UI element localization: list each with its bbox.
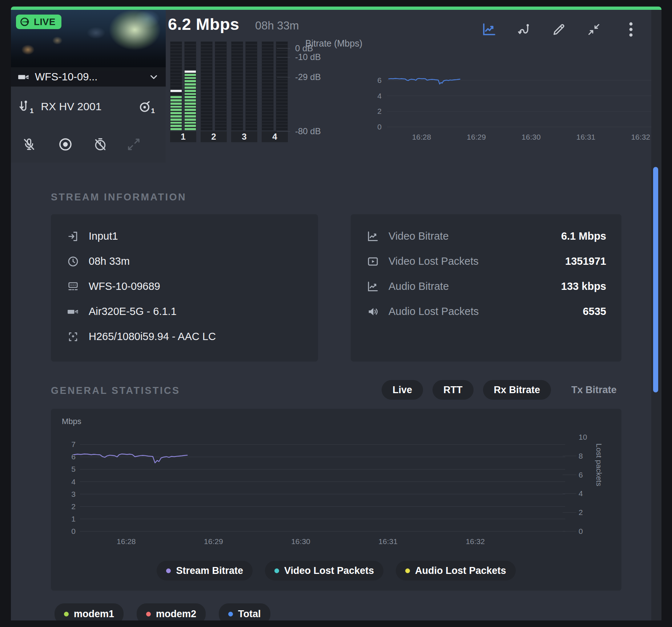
general-stats-heading: GENERAL STATISTICS [51, 385, 180, 396]
legend-video-lost-packets[interactable]: Video Lost Packets [265, 561, 383, 580]
svg-text:6: 6 [579, 471, 583, 479]
stat-label: Audio Bitrate [389, 280, 552, 292]
red-dot-icon [146, 612, 151, 616]
tab-rtt[interactable]: RTT [432, 380, 473, 400]
codec-info: H265/1080i59.94 - AAC LC [89, 331, 216, 343]
camera-icon [17, 71, 30, 83]
input-icon [67, 230, 79, 243]
svg-text:3: 3 [71, 490, 76, 498]
svg-text:16:28: 16:28 [117, 537, 136, 546]
info-row-session: WFS-10-09689 [67, 274, 318, 299]
chart-line-icon [367, 280, 379, 293]
record-button[interactable] [57, 136, 73, 152]
svg-text:6: 6 [71, 452, 76, 461]
chart-line-icon [367, 230, 379, 243]
live-badge: LIVE [16, 15, 61, 29]
stream-info-panel: Input1 08h 33m WFS-10-09689 [51, 214, 318, 362]
scrollbar-thumb[interactable] [653, 167, 658, 392]
clock-icon [67, 255, 79, 268]
svg-text:1: 1 [71, 515, 76, 523]
video-controls [11, 126, 166, 163]
stat-row-audio-bitrate: Audio Bitrate 133 kbps [367, 274, 606, 299]
info-row-duration: 08h 33m [67, 249, 318, 274]
edit-button[interactable] [551, 21, 567, 37]
svg-text:16:29: 16:29 [204, 537, 223, 546]
svg-text:16:28: 16:28 [412, 133, 431, 141]
timer-off-button[interactable] [92, 136, 108, 152]
chart-view-button[interactable] [481, 21, 497, 37]
collapse-button[interactable] [586, 21, 602, 37]
receiver-row: 1 RX HV 2001 1 [11, 87, 166, 127]
stat-row-video-bitrate: Video Bitrate 6.1 Mbps [367, 224, 606, 249]
screen: LIVE WFS-10-09... [0, 0, 672, 627]
audio-meter-channel-1: 1 [170, 41, 196, 142]
audio-level-meters: 1234 [170, 41, 288, 142]
stat-value: 6.1 Mbps [561, 230, 606, 242]
svg-text:0: 0 [71, 527, 76, 535]
stream-card: LIVE WFS-10-09... [11, 7, 661, 620]
stat-row-video-lost: Video Lost Packets 1351971 [367, 249, 606, 274]
legend-modem2[interactable]: modem2 [137, 603, 206, 620]
svg-text:16:32: 16:32 [466, 537, 485, 546]
svg-text:7: 7 [71, 440, 76, 448]
svg-text:16:30: 16:30 [522, 133, 541, 141]
stream-duration: 08h 33m [89, 255, 130, 267]
purple-dot-icon [166, 568, 171, 573]
legend-modem1[interactable]: modem1 [55, 603, 124, 620]
green-dot-icon [64, 612, 69, 616]
expand-button[interactable] [126, 136, 142, 152]
legend-total[interactable]: Total [219, 603, 270, 620]
header-toolbar [481, 21, 639, 37]
stat-row-audio-lost: Audio Lost Packets 6535 [367, 299, 606, 324]
gimbal-icon [137, 99, 152, 115]
camera-indicator: 1 [137, 99, 156, 115]
live-label: LIVE [34, 16, 56, 28]
svg-text:16:31: 16:31 [378, 537, 398, 546]
route-icon [17, 99, 31, 115]
header-bitrate: 6.2 Mbps [168, 15, 240, 34]
svg-text:6: 6 [377, 76, 382, 84]
stat-label: Video Lost Packets [389, 255, 556, 267]
cyan-dot-icon [274, 568, 279, 573]
more-menu-button[interactable] [623, 21, 639, 37]
speaker-icon [367, 305, 379, 318]
input-name: Input1 [89, 230, 118, 242]
scrollbar-track[interactable] [651, 10, 661, 620]
info-row-codec: H265/1080i59.94 - AAC LC [67, 324, 318, 349]
tab-tx-bitrate[interactable]: Tx Bitrate [560, 380, 628, 400]
meter-channel-label: 3 [231, 131, 257, 142]
live-icon [20, 16, 31, 27]
stat-value: 133 kbps [561, 280, 606, 292]
device-model: Air320E-5G - 6.1.1 [89, 305, 177, 318]
route-view-button[interactable] [516, 21, 532, 37]
chart-legend: Stream Bitrate Video Lost Packets Audio … [51, 561, 621, 580]
svg-text:4: 4 [71, 478, 76, 486]
session-icon [67, 280, 79, 293]
stream-stats-panel: Video Bitrate 6.1 Mbps Video Lost Packet… [351, 214, 621, 362]
meter-channel-label: 1 [170, 131, 196, 142]
route-indicator: 1 [17, 99, 35, 115]
stream-info-heading: STREAM INFORMATION [51, 192, 186, 203]
tab-live[interactable]: Live [382, 380, 423, 400]
svg-text:16:29: 16:29 [467, 133, 486, 141]
blue-dot-icon [228, 612, 233, 616]
header-duration: 08h 33m [255, 19, 299, 32]
video-box-icon [367, 255, 379, 268]
svg-text:16:31: 16:31 [576, 133, 596, 141]
svg-text:4: 4 [377, 92, 382, 100]
stat-label: Audio Lost Packets [389, 305, 573, 318]
route-count: 1 [30, 107, 34, 115]
video-thumbnail[interactable]: LIVE WFS-10-09... [11, 10, 166, 87]
modem-legend: modem1 modem2 Total [55, 603, 270, 620]
legend-audio-lost-packets[interactable]: Audio Lost Packets [396, 561, 516, 580]
svg-text:16:30: 16:30 [291, 537, 310, 546]
svg-text:2: 2 [377, 107, 382, 115]
svg-text:0: 0 [579, 527, 583, 535]
stats-tabs: Live RTT Rx Bitrate Tx Bitrate [382, 380, 628, 400]
tab-rx-bitrate[interactable]: Rx Bitrate [483, 380, 551, 400]
device-selector[interactable]: WFS-10-09... [11, 67, 166, 87]
legend-stream-bitrate[interactable]: Stream Bitrate [157, 561, 253, 580]
chevron-down-icon[interactable] [148, 72, 159, 83]
svg-text:5: 5 [71, 465, 76, 473]
mic-muted-button[interactable] [21, 136, 37, 152]
